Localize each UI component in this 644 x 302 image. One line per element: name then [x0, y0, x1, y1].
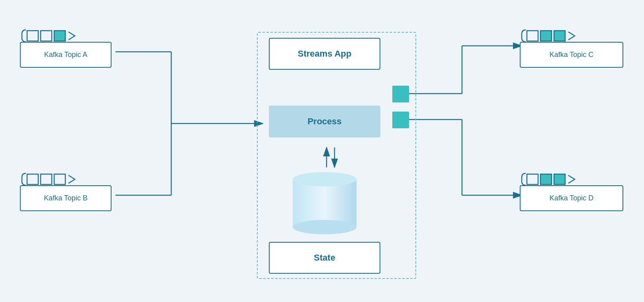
- state-box: State: [269, 242, 380, 274]
- topic-a-label: Kafka Topic A: [44, 51, 88, 59]
- topic-d-label: Kafka Topic D: [550, 194, 594, 202]
- svg-rect-22: [54, 174, 65, 184]
- svg-rect-27: [540, 174, 552, 184]
- svg-point-15: [293, 220, 356, 234]
- topic-c-label: Kafka Topic C: [550, 51, 594, 59]
- svg-rect-25: [554, 31, 565, 41]
- svg-rect-18: [41, 31, 52, 41]
- streams-app-box: Streams App: [269, 38, 380, 70]
- teal-square-bottom: [392, 112, 409, 128]
- svg-point-16: [293, 172, 356, 186]
- topic-a-box: Kafka Topic A: [20, 42, 112, 68]
- svg-rect-17: [27, 31, 38, 41]
- state-label: State: [314, 253, 335, 263]
- cylinder-svg: [291, 171, 358, 235]
- svg-rect-23: [527, 31, 538, 41]
- topic-b-box: Kafka Topic B: [20, 185, 112, 211]
- process-label: Process: [307, 116, 342, 127]
- teal-square-top: [392, 86, 409, 102]
- svg-rect-19: [54, 31, 65, 41]
- svg-rect-28: [554, 174, 565, 184]
- diagram-container: Streams App Process State: [0, 0, 644, 302]
- streams-app-label: Streams App: [298, 49, 352, 59]
- svg-rect-21: [41, 174, 52, 184]
- cylinder: [291, 171, 358, 235]
- svg-rect-26: [527, 174, 538, 184]
- svg-rect-24: [540, 31, 552, 41]
- process-box: Process: [269, 106, 380, 137]
- topic-d-box: Kafka Topic D: [520, 185, 623, 211]
- topic-b-label: Kafka Topic B: [44, 194, 88, 202]
- svg-rect-20: [27, 174, 38, 184]
- topic-c-box: Kafka Topic C: [520, 42, 623, 68]
